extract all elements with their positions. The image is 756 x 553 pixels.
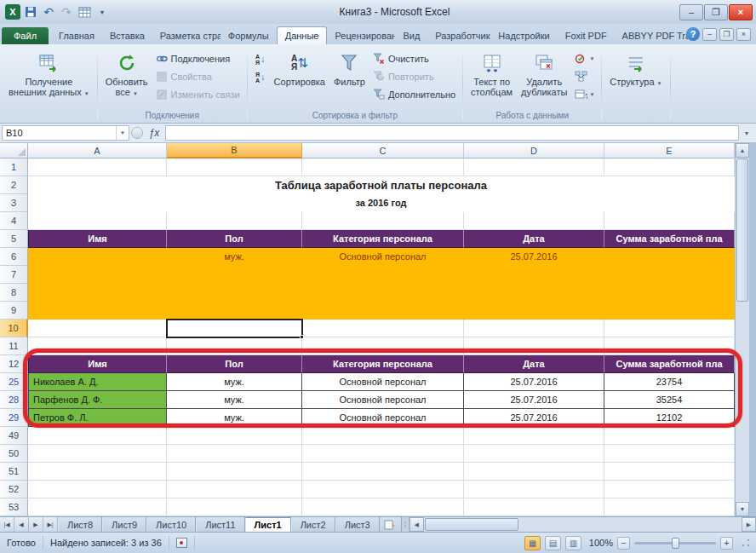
sort-descending-button[interactable]: ЯА↓ (251, 69, 270, 85)
column-header-D[interactable]: D (464, 143, 604, 158)
cell-D5[interactable]: Дата (464, 230, 604, 248)
row-header-2[interactable]: 2 (0, 176, 28, 194)
cell-A29[interactable]: Петров Ф. Л. (28, 409, 167, 427)
cell-A53[interactable] (28, 498, 167, 516)
cell-D52[interactable] (464, 481, 604, 498)
cell-D1[interactable] (464, 158, 604, 176)
cell-C7[interactable] (302, 266, 464, 284)
row-header-12[interactable]: 12 (0, 355, 28, 373)
advanced-filter-button[interactable]: Дополнительно (369, 86, 459, 102)
cell-B10[interactable] (167, 320, 302, 337)
tab-Формулы[interactable]: Формулы (220, 27, 277, 44)
row-header-11[interactable]: 11 (0, 337, 28, 355)
cell-C5[interactable]: Категория персонала (302, 230, 464, 248)
tab-Foxit PDF[interactable]: Foxit PDF (558, 27, 615, 44)
cell-B52[interactable] (167, 481, 302, 498)
scroll-up-icon[interactable]: ▲ (736, 143, 749, 158)
sheet-tab-Лист11[interactable]: Лист11 (196, 517, 244, 532)
zoom-slider[interactable] (634, 542, 716, 544)
select-all-button[interactable] (0, 143, 28, 158)
cell-A25[interactable]: Николаев А. Д. (28, 373, 167, 391)
cell-C1[interactable] (302, 158, 464, 176)
sort-dialog-button[interactable]: АЯ ⇅ Сортировка (270, 48, 329, 89)
cell-A5[interactable]: Имя (28, 230, 167, 248)
cell-D4[interactable] (464, 212, 604, 230)
page-break-view-button[interactable]: ▥ (565, 536, 581, 550)
cell-B4[interactable] (167, 212, 302, 230)
cell-C50[interactable] (302, 445, 464, 463)
row-header-9[interactable]: 9 (0, 302, 28, 320)
row-header-5[interactable]: 5 (0, 230, 28, 248)
row-header-4[interactable]: 4 (0, 212, 28, 230)
page-layout-view-button[interactable]: ▤ (545, 536, 561, 550)
cell-A4[interactable] (28, 212, 167, 230)
row-header-10[interactable]: 10 (0, 320, 28, 337)
close-button[interactable]: × (729, 4, 753, 20)
tab-Разработчик[interactable]: Разработчик (427, 27, 490, 44)
tab-ABBYY PDF Transformer+[interactable]: ABBYY PDF Transformer+ (615, 27, 688, 44)
tab-Файл[interactable]: Файл (2, 27, 49, 44)
row-header-7[interactable]: 7 (0, 266, 28, 284)
cell-A50[interactable] (28, 445, 167, 463)
cell-E28[interactable]: 35254 (604, 391, 735, 409)
scroll-left-icon[interactable]: ◀ (410, 517, 424, 532)
connections-button[interactable]: Подключения (152, 50, 243, 66)
expand-formula-bar-button[interactable]: ▼ (741, 130, 753, 136)
next-sheet-button[interactable]: ▶ (29, 517, 43, 532)
what-if-analysis-button[interactable]: ? ▼ (573, 86, 596, 102)
cell-E7[interactable] (604, 266, 735, 284)
row-header-3[interactable]: 3 (0, 194, 28, 212)
scroll-right-icon[interactable]: ▶ (742, 517, 756, 532)
name-box[interactable]: B10 ▼ (2, 125, 129, 141)
cell-C12[interactable]: Категория персонала (302, 355, 464, 373)
refresh-all-button[interactable]: Обновить все ▼ (101, 48, 152, 101)
cell-C51[interactable] (302, 463, 464, 481)
row-header-50[interactable]: 50 (0, 445, 28, 463)
cell-E11[interactable] (604, 337, 735, 355)
tab-Вид[interactable]: Вид (395, 27, 427, 44)
cell-B6[interactable]: муж. (167, 248, 302, 266)
sheet-tab-Лист9[interactable]: Лист9 (102, 517, 146, 532)
cell-C53[interactable] (302, 498, 464, 516)
maximize-button[interactable]: ❐ (704, 4, 728, 20)
sort-ascending-button[interactable]: АЯ↓ (251, 51, 270, 67)
cell-C49[interactable] (302, 427, 464, 445)
cell-E5[interactable]: Сумма заработной пла (604, 230, 735, 248)
horizontal-scrollbar[interactable]: ◀ ▶ (409, 517, 756, 532)
cell-C4[interactable] (302, 212, 464, 230)
vertical-scroll-thumb[interactable] (736, 158, 748, 302)
zoom-in-button[interactable]: + (720, 537, 733, 550)
reapply-filter-button[interactable]: Повторить (369, 68, 459, 84)
name-box-dropdown[interactable]: ▼ (116, 126, 125, 140)
cell-A8[interactable] (28, 284, 167, 302)
cell-D8[interactable] (464, 284, 604, 302)
cell-B28[interactable]: муж. (167, 391, 302, 409)
cell-C25[interactable]: Основной персонал (302, 373, 464, 391)
workbook-close-button[interactable]: × (736, 28, 751, 41)
cell-E4[interactable] (604, 212, 735, 230)
cell-A9[interactable] (28, 302, 167, 320)
cell-B11[interactable] (167, 337, 302, 355)
outline-button[interactable]: Структура ▼ (605, 48, 666, 90)
macro-record-button[interactable] (169, 536, 195, 550)
cell-E8[interactable] (604, 284, 735, 302)
row-header-6[interactable]: 6 (0, 248, 28, 266)
cell-B1[interactable] (167, 158, 302, 176)
horizontal-scroll-thumb[interactable] (425, 518, 518, 531)
row-header-29[interactable]: 29 (0, 409, 28, 427)
column-header-C[interactable]: C (302, 143, 464, 158)
cell-B5[interactable]: Пол (167, 230, 302, 248)
cell-A6[interactable] (28, 248, 167, 266)
cell-A7[interactable] (28, 266, 167, 284)
cell-B50[interactable] (167, 445, 302, 463)
cell-D50[interactable] (464, 445, 604, 463)
row-header-8[interactable]: 8 (0, 284, 28, 302)
row-header-1[interactable]: 1 (0, 158, 28, 176)
tab-splitter[interactable]: ⁞ (402, 517, 409, 532)
merged-cell-row-2[interactable]: Таблица заработной платы персонала (28, 176, 735, 194)
redo-button[interactable]: ↷ (59, 4, 74, 20)
cell-E9[interactable] (604, 302, 735, 320)
row-header-51[interactable]: 51 (0, 463, 28, 481)
cell-E53[interactable] (604, 498, 735, 516)
edit-links-button[interactable]: Изменить связи (152, 86, 243, 102)
